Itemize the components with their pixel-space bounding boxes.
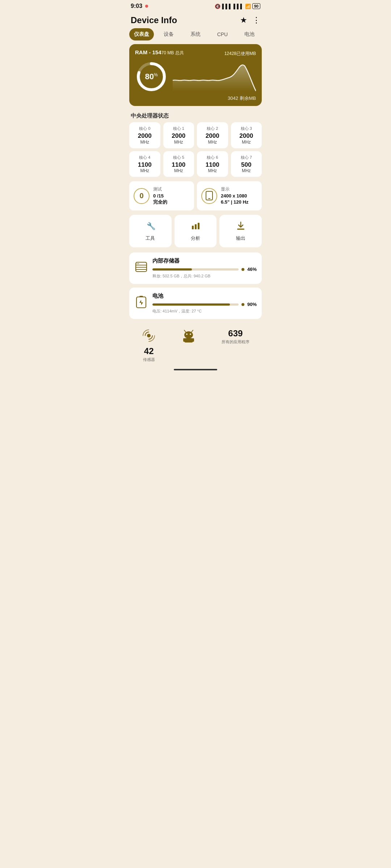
core-card-3: 核心 3 2000 MHz <box>231 122 262 148</box>
display-card[interactable]: 显示 868 x 391 6.5" | 120 Hz <box>197 181 262 210</box>
battery-dot <box>241 303 244 306</box>
apps-label: 所有的应用程序 <box>222 339 249 345</box>
svg-rect-8 <box>237 229 244 230</box>
storage-progress: 46% <box>152 267 257 272</box>
svg-rect-5 <box>192 226 194 229</box>
storage-percent: 46% <box>247 267 257 272</box>
storage-icon <box>134 260 148 276</box>
storage-progress-bar <box>152 268 239 271</box>
analytics-label: 分析 <box>191 235 200 242</box>
tabs-bar: 仪表盘 设备 系统 CPU 电池 <box>125 28 266 44</box>
ram-card: RAM - 15470 MB 总共 12428已使用MB 80% <box>129 44 262 106</box>
battery-icon <box>134 295 148 311</box>
svg-point-18 <box>184 331 193 339</box>
test-card[interactable]: 0 测试 0 /15 完全的 <box>129 181 194 210</box>
battery-progress-fill <box>152 303 230 306</box>
app-header: Device Info ★ ⋮ <box>125 11 266 28</box>
battery-progress: 90% <box>152 302 257 307</box>
battery-level: 90 <box>252 3 260 9</box>
tab-system[interactable]: 系统 <box>183 28 208 41</box>
home-indicator <box>174 369 217 370</box>
signal-icon: ▌▌▌ <box>222 4 232 9</box>
apps-count: 639 <box>228 328 243 339</box>
svg-line-21 <box>184 330 186 332</box>
notification-dot <box>145 5 148 8</box>
test-icon: 0 <box>139 192 143 200</box>
svg-point-13 <box>137 263 138 264</box>
status-bar: 9:03 🔇 ▌▌▌ ▌▌▌ 📶 90 <box>125 0 266 11</box>
cpu-cores-grid: 核心 0 2000 MHz 核心 1 2000 MHz 核心 2 2000 MH… <box>125 122 266 181</box>
cpu-section-title: 中央处理器状态 <box>125 111 266 122</box>
svg-rect-24 <box>183 338 185 342</box>
ram-chart <box>173 62 256 91</box>
header-icons: ★ ⋮ <box>240 16 260 25</box>
android-logo <box>181 328 197 362</box>
app-title: Device Info <box>131 15 177 25</box>
sensors-label: 传感器 <box>143 357 155 362</box>
svg-text:🔧: 🔧 <box>147 222 155 230</box>
status-icons: 🔇 ▌▌▌ ▌▌▌ 📶 90 <box>215 3 260 9</box>
svg-line-22 <box>192 330 193 332</box>
ram-percent: 80% <box>145 72 157 81</box>
tools-button[interactable]: 🔧 工具 <box>129 215 172 247</box>
battery-card[interactable]: 电池 90% 电压: 4114mV，温度: 27 °C <box>129 288 262 319</box>
action-buttons-row: 🔧 工具 分析 输出 <box>125 215 266 252</box>
star-icon[interactable]: ★ <box>240 16 247 25</box>
battery-percent: 90% <box>247 302 257 307</box>
svg-point-14 <box>138 263 139 264</box>
status-time: 9:03 <box>131 3 142 9</box>
ram-title: RAM - 15470 MB 总共 <box>135 49 184 56</box>
storage-dot <box>241 268 244 271</box>
storage-card[interactable]: 内部存储器 46% 释放: 502.5 GB，总共: 940.2 GB <box>129 252 262 284</box>
storage-sub: 释放: 502.5 GB，总共: 940.2 GB <box>152 273 257 279</box>
tab-cpu[interactable]: CPU <box>210 28 235 41</box>
bottom-stats: 42 传感器 639 所有的应用程序 <box>125 323 266 366</box>
svg-point-19 <box>186 333 188 335</box>
tab-battery[interactable]: 电池 <box>237 28 262 41</box>
core-card-0: 核心 0 2000 MHz <box>129 122 160 148</box>
battery-sub: 电压: 4114mV，温度: 27 °C <box>152 309 257 314</box>
display-icon-wrap <box>201 188 217 204</box>
core-card-7: 核心 7 500 MHz <box>231 151 262 177</box>
analytics-icon <box>190 221 201 233</box>
svg-rect-7 <box>198 223 199 229</box>
more-options-icon[interactable]: ⋮ <box>252 16 260 25</box>
svg-rect-23 <box>184 338 193 342</box>
signal2-icon: ▌▌▌ <box>234 4 244 9</box>
svg-rect-16 <box>139 296 143 297</box>
core-card-2: 核心 2 2000 MHz <box>197 122 228 148</box>
core-card-5: 核心 5 1100 MHz <box>163 151 194 177</box>
apps-stat[interactable]: 639 所有的应用程序 <box>222 328 249 362</box>
svg-point-17 <box>147 334 151 337</box>
info-cards-row: 0 测试 0 /15 完全的 显示 868 x 391 6.5" | 120… <box>125 181 266 215</box>
core-card-1: 核心 1 2000 MHz <box>163 122 194 148</box>
battery-title: 电池 <box>152 293 257 299</box>
svg-point-20 <box>190 333 191 335</box>
ram-remaining: 3042 剩余MB <box>135 95 256 102</box>
battery-progress-bar <box>152 303 239 306</box>
sensors-stat[interactable]: 42 传感器 <box>142 328 156 362</box>
export-icon <box>236 221 246 233</box>
tab-dashboard[interactable]: 仪表盘 <box>129 28 154 41</box>
mute-icon: 🔇 <box>215 4 220 9</box>
core-card-4: 核心 4 1100 MHz <box>129 151 160 177</box>
storage-progress-fill <box>152 268 192 271</box>
ram-gauge: 80% <box>135 60 168 93</box>
tab-device[interactable]: 设备 <box>156 28 181 41</box>
wifi-icon: 📶 <box>245 4 251 9</box>
tools-label: 工具 <box>146 235 155 242</box>
storage-title: 内部存储器 <box>152 258 257 264</box>
display-icon <box>205 191 213 201</box>
core-card-6: 核心 6 1100 MHz <box>197 151 228 177</box>
export-label: 输出 <box>236 235 245 242</box>
analytics-button[interactable]: 分析 <box>175 215 217 247</box>
test-icon-wrap: 0 <box>134 188 150 204</box>
export-button[interactable]: 输出 <box>219 215 262 247</box>
tools-icon: 🔧 <box>145 221 155 233</box>
svg-rect-3 <box>208 198 210 199</box>
svg-rect-25 <box>192 338 194 342</box>
svg-rect-6 <box>195 224 197 229</box>
sensors-count: 42 <box>144 346 154 356</box>
sensors-icon <box>142 328 156 345</box>
ram-used: 12428已使用MB <box>224 49 256 57</box>
